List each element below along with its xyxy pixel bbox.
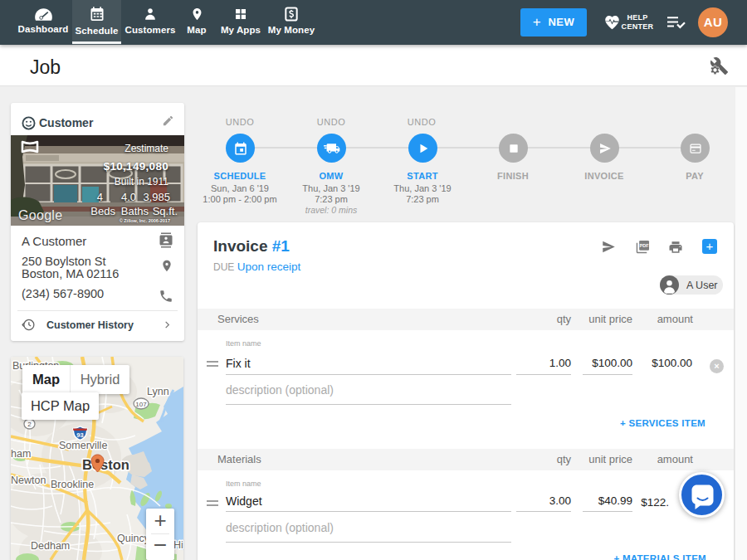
svg-text:107: 107 — [135, 401, 147, 408]
svg-text:Boston: Boston — [82, 457, 129, 472]
svg-text:Brookline: Brookline — [51, 479, 94, 490]
svg-text:Dedham: Dedham — [31, 540, 70, 552]
svg-text:Somerville: Somerville — [59, 440, 107, 451]
svg-text:PDF: PDF — [640, 243, 650, 248]
svg-text:ham: ham — [11, 448, 31, 460]
svg-text:2: 2 — [27, 421, 32, 428]
svg-text:Quincy: Quincy — [117, 533, 150, 544]
svg-text:Hi: Hi — [173, 539, 183, 551]
svg-text:Newton: Newton — [11, 475, 46, 486]
svg-text:Lynn: Lynn — [147, 386, 169, 397]
svg-text:93: 93 — [76, 431, 83, 439]
